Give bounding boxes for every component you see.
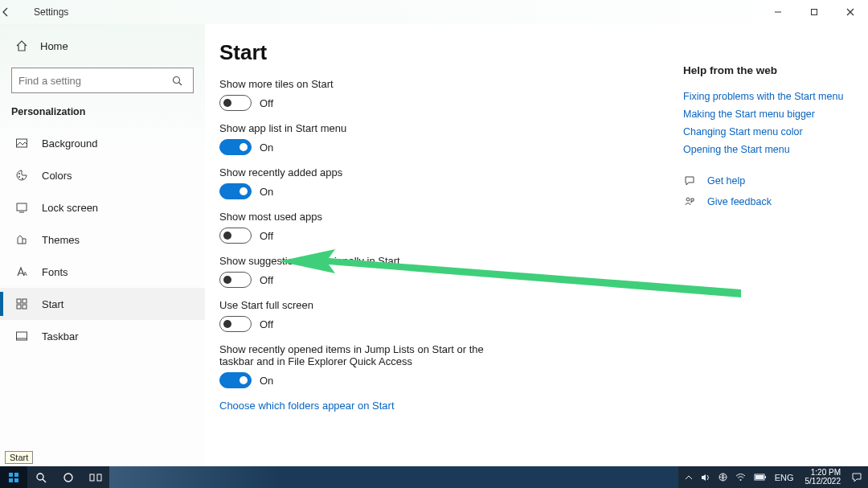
start-icon	[14, 297, 29, 311]
sidebar-item-colors[interactable]: Colors	[0, 159, 205, 191]
svg-rect-22	[14, 478, 18, 482]
toggle-show-more-tiles[interactable]	[219, 95, 252, 111]
svg-rect-27	[97, 474, 101, 481]
tray-language[interactable]: ENG	[775, 473, 794, 482]
setting-recently-added: Show recently added apps On	[219, 166, 557, 199]
toggle-full-screen[interactable]	[219, 316, 252, 332]
tray-date: 5/12/2022	[805, 478, 841, 486]
colors-icon	[14, 168, 29, 182]
toggle-state: Off	[260, 318, 273, 330]
toggle-state: Off	[260, 274, 273, 286]
svg-point-5	[18, 173, 20, 174]
svg-rect-26	[90, 474, 94, 481]
tray-time: 1:20 PM	[811, 469, 841, 478]
setting-suggestions: Show suggestions occasionally in Start O…	[219, 255, 557, 288]
lock-screen-icon	[14, 200, 29, 215]
sidebar-item-fonts[interactable]: A Fonts	[0, 256, 205, 288]
close-button[interactable]	[832, 0, 868, 24]
setting-full-screen: Use Start full screen Off	[219, 299, 557, 332]
home-nav[interactable]: Home	[0, 31, 205, 61]
tray-action-center-icon[interactable]	[852, 473, 862, 482]
setting-label: Show suggestions occasionally in Start	[219, 255, 557, 267]
tray-volume-icon[interactable]	[701, 474, 710, 482]
svg-rect-13	[17, 305, 21, 309]
sidebar-item-themes[interactable]: Themes	[0, 223, 205, 256]
toggle-jump-lists[interactable]	[219, 372, 252, 388]
svg-point-17	[686, 198, 690, 201]
svg-rect-12	[23, 299, 27, 303]
feedback-icon	[683, 195, 696, 208]
taskbar-search-button[interactable]	[27, 466, 55, 488]
home-label: Home	[40, 40, 68, 52]
get-help-link[interactable]: Get help	[707, 175, 745, 187]
minimize-button[interactable]	[760, 0, 796, 24]
setting-label: Use Start full screen	[219, 299, 557, 311]
taskbar-running-apps[interactable]	[109, 466, 678, 488]
fonts-icon: A	[14, 265, 29, 279]
tray-chevron-icon[interactable]	[685, 474, 693, 482]
start-button[interactable]	[0, 466, 27, 488]
sidebar-item-label: Themes	[42, 234, 80, 246]
sidebar-item-label: Lock screen	[42, 202, 98, 214]
taskbar-cortana-button[interactable]	[55, 466, 82, 488]
tray-wifi-icon[interactable]	[735, 474, 746, 482]
svg-rect-19	[9, 473, 13, 477]
help-link[interactable]: Changing Start menu color	[683, 126, 844, 137]
background-icon	[14, 136, 29, 150]
toggle-state: On	[260, 186, 273, 198]
toggle-recently-added[interactable]	[219, 183, 252, 199]
sidebar-item-background[interactable]: Background	[0, 127, 205, 159]
svg-text:A: A	[23, 271, 27, 277]
svg-rect-21	[9, 478, 13, 482]
setting-most-used: Show most used apps Off	[219, 211, 557, 244]
setting-label: Show more tiles on Start	[219, 78, 557, 90]
category-label: Personalization	[0, 101, 205, 127]
tray-globe-icon[interactable]	[719, 473, 727, 482]
setting-label: Show recently added apps	[219, 166, 557, 178]
maximize-button[interactable]	[796, 0, 832, 24]
help-chat-icon	[683, 174, 696, 187]
sidebar-item-label: Taskbar	[42, 330, 79, 342]
setting-show-more-tiles: Show more tiles on Start Off	[219, 78, 557, 111]
setting-label: Show app list in Start menu	[219, 122, 557, 134]
choose-folders-link[interactable]: Choose which folders appear on Start	[219, 400, 868, 412]
sidebar: Home Personalization Background Colors L…	[0, 24, 205, 466]
setting-label: Show most used apps	[219, 211, 557, 223]
tray-clock[interactable]: 1:20 PM 5/12/2022	[802, 469, 845, 486]
home-icon	[14, 39, 29, 53]
svg-rect-8	[17, 203, 27, 211]
search-box[interactable]	[11, 68, 194, 93]
toggle-suggestions[interactable]	[219, 272, 252, 288]
setting-show-app-list: Show app list in Start menu On	[219, 122, 557, 155]
sidebar-item-label: Fonts	[42, 266, 68, 278]
sidebar-item-label: Start	[42, 298, 63, 310]
themes-icon	[14, 232, 29, 247]
setting-jump-lists: Show recently opened items in Jump Lists…	[219, 343, 557, 388]
svg-rect-20	[14, 473, 18, 477]
toggle-most-used[interactable]	[219, 228, 252, 244]
sidebar-item-label: Colors	[42, 170, 72, 182]
svg-point-23	[37, 474, 43, 480]
sidebar-item-taskbar[interactable]: Taskbar	[0, 320, 205, 352]
help-link[interactable]: Opening the Start menu	[683, 144, 844, 155]
task-view-button[interactable]	[82, 466, 109, 488]
toggle-show-app-list[interactable]	[219, 139, 252, 155]
svg-rect-1	[811, 10, 817, 15]
setting-label: Show recently opened items in Jump Lists…	[219, 343, 509, 367]
sidebar-item-start[interactable]: Start	[0, 288, 205, 320]
search-input[interactable]	[12, 75, 172, 87]
window-title: Settings	[24, 6, 68, 18]
feedback-link[interactable]: Give feedback	[707, 196, 772, 207]
svg-rect-31	[755, 475, 764, 479]
sidebar-item-lock-screen[interactable]: Lock screen	[0, 191, 205, 223]
help-link[interactable]: Making the Start menu bigger	[683, 109, 844, 120]
svg-rect-14	[23, 305, 27, 309]
svg-point-7	[22, 178, 23, 179]
tray-battery-icon[interactable]	[754, 474, 767, 481]
svg-line-3	[179, 82, 182, 85]
toggle-state: On	[260, 375, 273, 387]
help-link[interactable]: Fixing problems with the Start menu	[683, 91, 844, 102]
back-button[interactable]	[0, 6, 24, 18]
sidebar-item-label: Background	[42, 137, 97, 150]
page-heading: Start	[219, 40, 868, 65]
